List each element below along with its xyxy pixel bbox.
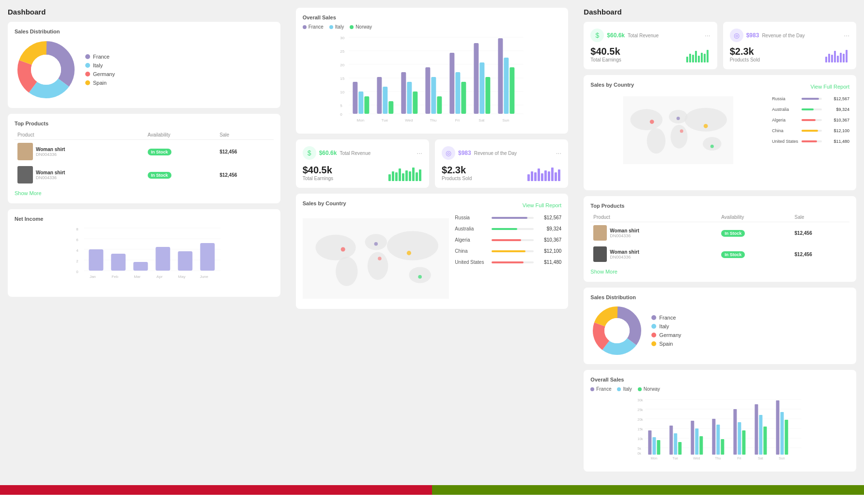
revenue-sub: Total Earnings: [303, 176, 333, 181]
svg-rect-115: [843, 54, 845, 62]
svg-text:10k: 10k: [638, 437, 644, 441]
right-day-value: $983: [746, 32, 759, 39]
svg-point-95: [409, 267, 431, 283]
right-day-chart: [825, 48, 849, 62]
svg-rect-55: [461, 82, 466, 114]
middle-stats-row: $ $60.6k Total Revenue ··· $40.5k Total …: [296, 139, 569, 188]
middle-sales-country-title: Sales by Country: [303, 200, 346, 206]
table-row: Woman shirt DN004336 In Stock $12,456: [590, 222, 849, 244]
right-stat-revenue: $ $60.6k Total Revenue ··· $40.5k Total …: [584, 22, 717, 69]
svg-rect-48: [407, 82, 412, 114]
right-view-full[interactable]: View Full Report: [811, 84, 850, 90]
middle-view-full[interactable]: View Full Report: [523, 202, 562, 208]
svg-rect-18: [155, 247, 170, 271]
right-show-more[interactable]: Show More: [590, 269, 617, 275]
middle-stat-day: ◎ $983 Revenue of the Day ··· $2.3k Prod…: [435, 139, 568, 188]
right-sales-country-card: Sales by Country View Full Report: [584, 75, 856, 190]
svg-rect-61: [509, 67, 514, 114]
right-country-us: United States $11,480: [772, 139, 849, 144]
right-top-products-card: Top Products Product Availability Sale: [584, 196, 856, 282]
day-dots[interactable]: ···: [556, 149, 562, 157]
svg-text:30k: 30k: [638, 398, 644, 402]
product-img-light: [17, 143, 33, 160]
left-show-more[interactable]: Show More: [15, 190, 42, 196]
svg-text:Thu: Thu: [430, 118, 436, 122]
day-label: Revenue of the Day: [474, 151, 517, 156]
svg-point-99: [418, 275, 422, 279]
svg-rect-149: [657, 440, 661, 455]
left-net-income-card: Net Income 8 6 4 2 0: [8, 209, 280, 297]
svg-point-125: [677, 117, 680, 120]
legend-dot-italy: [329, 25, 333, 29]
right-sales-dist-card: Sales Distribution France Italy Germany: [584, 288, 856, 364]
right-overall-sales-svg: 30k 25k 20k 15k 10k 5k 0k: [590, 396, 849, 463]
svg-text:May: May: [178, 275, 185, 279]
svg-text:5: 5: [340, 104, 342, 108]
svg-text:Thu: Thu: [715, 457, 721, 460]
svg-rect-41: [353, 82, 357, 114]
legend-dot-france: [303, 25, 307, 29]
svg-text:10: 10: [340, 90, 344, 94]
revenue-dots[interactable]: ···: [417, 149, 422, 157]
svg-point-118: [631, 109, 663, 130]
svg-rect-153: [691, 421, 694, 455]
dont-text-area: Don't Don't display key stats at a rando…: [0, 495, 432, 504]
svg-rect-71: [395, 172, 398, 181]
legend-item-germany: Germany: [85, 71, 115, 77]
svg-rect-16: [111, 254, 125, 271]
right-sales-country-title: Sales by Country: [590, 82, 634, 88]
legend-item-italy: Italy: [85, 62, 115, 68]
legend-dot-italy: [85, 63, 90, 68]
svg-rect-76: [412, 168, 415, 181]
overall-sales-svg: 30 25 20 15 10 5 0: [303, 33, 562, 125]
right-revenue-sub: Total Earnings: [590, 57, 621, 62]
svg-text:Sun: Sun: [502, 118, 509, 122]
svg-point-121: [671, 125, 688, 149]
svg-text:25: 25: [340, 49, 344, 54]
day-big: $2.3k: [442, 165, 472, 176]
right-day-dots[interactable]: ···: [844, 31, 849, 39]
svg-point-90: [315, 235, 355, 260]
svg-rect-161: [742, 430, 746, 455]
right-stat-day: ◎ $983 Revenue of the Day ··· $2.3k Prod…: [723, 22, 856, 69]
legend-italy: Italy: [329, 24, 344, 30]
svg-rect-162: [755, 404, 758, 455]
world-map: [303, 215, 449, 302]
right-stats-row: $ $60.6k Total Revenue ··· $40.5k Total …: [584, 22, 856, 69]
revenue-mini-chart: [388, 164, 422, 181]
revenue-big: $40.5k: [303, 165, 333, 176]
svg-text:Mon: Mon: [356, 118, 364, 122]
left-top-products-card: Top Products Product Availability Sale: [8, 114, 280, 203]
svg-rect-151: [674, 433, 678, 455]
svg-text:Mar: Mar: [134, 275, 140, 279]
middle-sales-country-card: Sales by Country View Full Report: [296, 194, 569, 309]
svg-text:30: 30: [340, 36, 344, 40]
right-sales-legend: France Italy Germany Spain: [651, 315, 681, 347]
right-top-products-title: Top Products: [590, 203, 849, 209]
svg-rect-103: [692, 55, 694, 62]
svg-text:June: June: [200, 275, 209, 279]
right-donut-chart: [590, 304, 644, 357]
svg-rect-47: [401, 72, 406, 114]
svg-text:Tue: Tue: [673, 457, 679, 460]
middle-overall-sales-card: Overall Sales France Italy Norway 30: [296, 8, 569, 134]
svg-point-123: [703, 137, 722, 151]
right-country-algeria: Algeria $10,367: [772, 118, 849, 122]
right-in-stock-2: In Stock: [721, 251, 745, 258]
svg-rect-56: [474, 43, 478, 114]
country-russia: Russia $12,567: [455, 215, 561, 220]
right-revenue-chart: [686, 48, 710, 62]
right-revenue-dots[interactable]: ···: [705, 31, 710, 39]
svg-point-119: [647, 128, 666, 154]
svg-text:Feb: Feb: [111, 275, 118, 279]
svg-rect-42: [358, 92, 363, 114]
svg-point-91: [336, 257, 357, 286]
country-us: United States $11,480: [455, 260, 561, 265]
right-day-icon: ◎: [730, 29, 743, 42]
country-china: China $12,100: [455, 248, 561, 254]
svg-text:4: 4: [76, 248, 78, 253]
right-day-sub: Products Sold: [730, 57, 760, 62]
svg-text:Fri: Fri: [738, 457, 742, 460]
svg-rect-57: [479, 62, 484, 114]
svg-rect-80: [531, 171, 533, 181]
